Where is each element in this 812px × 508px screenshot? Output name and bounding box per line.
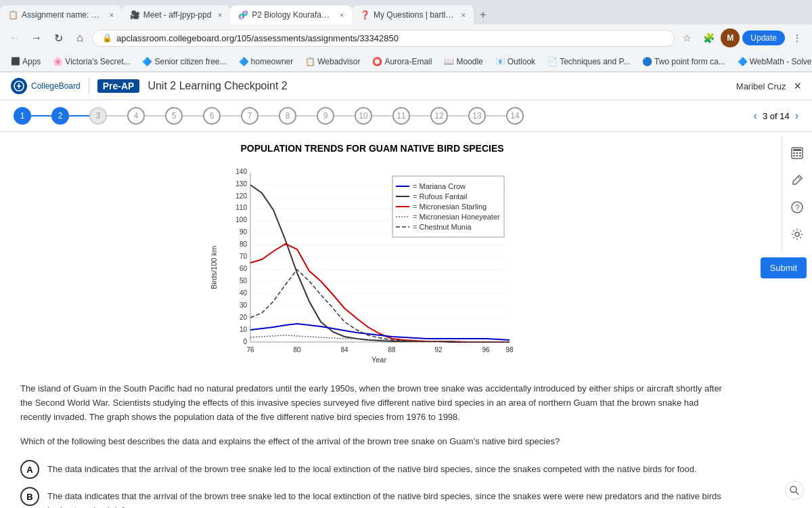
step-line-3-4	[107, 115, 127, 117]
svg-point-51	[790, 486, 796, 492]
close-assignment-button[interactable]: ×	[794, 79, 801, 93]
bookmark-victorias-label: Victoria's Secret...	[65, 57, 130, 66]
bookmark-moodle-label: Moodle	[456, 57, 482, 66]
step-14[interactable]: 14	[506, 107, 524, 125]
bookmark-star-icon[interactable]: ☆	[677, 28, 696, 47]
svg-text:140: 140	[235, 168, 247, 175]
bookmark-twopoint[interactable]: 🔵 Two point form ca...	[637, 56, 731, 68]
legend-crow-label: = Mariana Crow	[413, 182, 466, 190]
twopoint-icon: 🔵	[642, 57, 652, 66]
nav-bar: ← → ↻ ⌂ 🔒 apclassroom.collegeboard.org/1…	[0, 24, 812, 51]
legend-honeyeater-label: = Micronesian Honeyeater	[413, 213, 500, 221]
tab-2-close[interactable]: ×	[218, 12, 222, 19]
tab-3[interactable]: 🧬 P2 Biology Kourafas 9:55-10:4 ×	[230, 5, 352, 24]
bookmark-senior[interactable]: 🔷 Senior citizen free...	[137, 56, 231, 68]
browser-chrome: 📋 Assignment name: Unit 2 Learn × 🎥 Meet…	[0, 0, 812, 72]
svg-text:110: 110	[235, 204, 247, 211]
step-12[interactable]: 12	[430, 107, 448, 125]
step-line-1-2	[31, 115, 51, 117]
step-3[interactable]: 3	[89, 107, 107, 125]
chestnut-munia-line	[250, 270, 510, 342]
step-5[interactable]: 5	[165, 107, 183, 125]
description-text: The island of Guam in the South Pacific …	[20, 382, 724, 424]
bookmark-outlook[interactable]: 📧 Outlook	[490, 56, 541, 68]
bookmark-victorias[interactable]: 🌸 Victoria's Secret...	[47, 56, 135, 68]
choice-a-button[interactable]: A	[20, 460, 39, 479]
legend-munia-label: = Chestnut Munia	[413, 223, 472, 231]
address-bar[interactable]: 🔒 apclassroom.collegeboard.org/105/asses…	[92, 30, 675, 47]
profile-icon[interactable]: M	[721, 28, 740, 47]
tab-4-close[interactable]: ×	[461, 12, 466, 19]
url-text: apclassroom.collegeboard.org/105/assessm…	[116, 33, 664, 43]
svg-text:92: 92	[434, 346, 443, 354]
svg-text:0: 0	[243, 338, 247, 345]
bookmark-webmath-label: WebMath - Solve...	[750, 57, 812, 66]
home-button[interactable]: ⌂	[70, 28, 89, 47]
update-button[interactable]: Update	[742, 30, 785, 45]
step-6[interactable]: 6	[203, 107, 221, 125]
step-2[interactable]: 2	[51, 107, 69, 125]
svg-text:76: 76	[246, 346, 254, 354]
prev-arrow[interactable]: ‹	[754, 110, 757, 122]
step-13[interactable]: 13	[468, 107, 486, 125]
tab-4[interactable]: ❓ My Questions | bartleby ×	[352, 5, 474, 24]
tab-3-title: P2 Biology Kourafas 9:55-10:4	[252, 10, 333, 20]
svg-text:?: ?	[795, 203, 800, 213]
homeowner-icon: 🔷	[239, 57, 249, 66]
calculator-icon[interactable]	[788, 144, 807, 163]
svg-text:84: 84	[340, 346, 348, 354]
next-arrow[interactable]: ›	[795, 110, 798, 122]
bookmark-moodle[interactable]: 📖 Moodle	[438, 56, 488, 68]
submit-button[interactable]: Submit	[761, 257, 807, 278]
help-icon[interactable]: ?	[788, 198, 807, 217]
extension-icon[interactable]: 🧩	[699, 28, 718, 47]
main-content: POPULATION TRENDS FOR GUAM NATIVE BIRD S…	[0, 132, 744, 508]
tab-3-favicon: 🧬	[238, 10, 248, 20]
svg-point-50	[795, 232, 799, 236]
bookmarks-bar: ⬛ Apps 🌸 Victoria's Secret... 🔷 Senior c…	[0, 51, 812, 72]
step-1[interactable]: 1	[14, 107, 31, 125]
svg-text:60: 60	[240, 265, 248, 272]
progress-bar: 1 2 3 4 5 6 7 8 9 10 11 12 13 14 ‹ 3 of …	[0, 100, 812, 132]
tab-2-title: Meet - aff-jpyp-ppd	[143, 10, 212, 20]
svg-rect-42	[796, 152, 798, 154]
svg-text:96: 96	[482, 346, 490, 354]
bookmark-techniques[interactable]: 📄 Techniques and P...	[542, 56, 635, 68]
menu-icon[interactable]: ⋮	[788, 28, 807, 47]
step-7[interactable]: 7	[241, 107, 258, 125]
step-11[interactable]: 11	[392, 107, 410, 125]
step-line-9-10	[334, 115, 355, 117]
bookmark-webadvisor[interactable]: 📋 Webadvisor	[300, 56, 365, 68]
answer-choice-a: A The data indicates that the arrival of…	[20, 460, 724, 479]
pencil-icon[interactable]	[788, 171, 807, 190]
choice-b-button[interactable]: B	[20, 487, 39, 506]
step-9[interactable]: 9	[317, 107, 334, 125]
bookmark-homeowner[interactable]: 🔷 homeowner	[233, 56, 299, 68]
tab-2[interactable]: 🎥 Meet - aff-jpyp-ppd ×	[122, 5, 230, 24]
svg-text:40: 40	[240, 289, 248, 297]
choice-a-text: The data indicates that the arrival of t…	[47, 460, 697, 477]
tab-1[interactable]: 📋 Assignment name: Unit 2 Learn ×	[0, 5, 122, 24]
search-button[interactable]	[785, 481, 804, 500]
bookmark-apps[interactable]: ⬛ Apps	[5, 56, 46, 68]
new-tab-button[interactable]: +	[474, 5, 493, 24]
bookmark-aurora[interactable]: ⭕ Aurora-Email	[367, 56, 437, 68]
step-10[interactable]: 10	[355, 107, 372, 125]
settings-icon[interactable]	[788, 225, 807, 244]
tab-3-close[interactable]: ×	[340, 12, 344, 19]
svg-text:100: 100	[235, 216, 247, 224]
step-4[interactable]: 4	[127, 107, 145, 125]
step-line-13-14	[486, 115, 506, 117]
collegeboard-logo: CollegeBoard	[11, 78, 89, 94]
bookmark-webmath[interactable]: 🔷 WebMath - Solve...	[732, 56, 812, 68]
answer-choice-b: B The data indicates that the arrival of…	[20, 487, 724, 508]
svg-text:120: 120	[235, 192, 247, 200]
tab-2-favicon: 🎥	[130, 10, 139, 20]
bookmark-aurora-label: Aurora-Email	[384, 57, 432, 66]
forward-button[interactable]: →	[27, 28, 46, 47]
step-8[interactable]: 8	[279, 107, 296, 125]
tab-1-close[interactable]: ×	[110, 12, 114, 19]
choice-b-text: The data indicates that the arrival of t…	[47, 487, 724, 508]
refresh-button[interactable]: ↻	[49, 28, 68, 47]
back-button[interactable]: ←	[5, 28, 24, 47]
